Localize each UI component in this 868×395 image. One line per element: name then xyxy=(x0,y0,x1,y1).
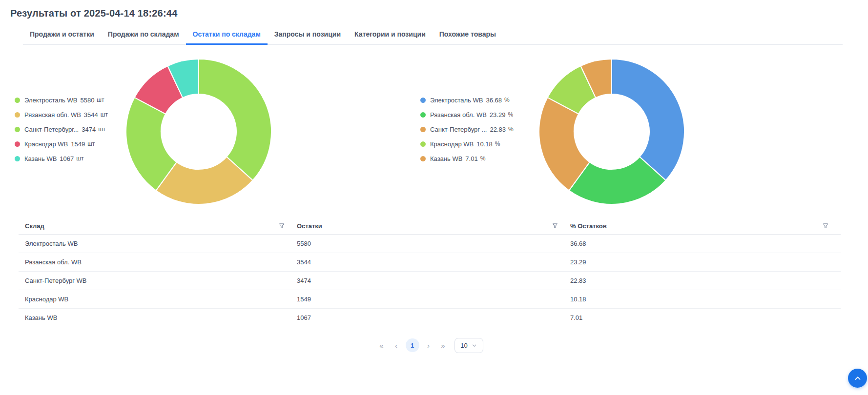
cell-warehouse: Краснодар WB xyxy=(19,296,297,303)
page-title: Результаты от 2025-04-14 18:26:44 xyxy=(10,8,177,19)
legend-value: 5580 xyxy=(80,97,94,104)
cell-stock-percent: 7.01 xyxy=(570,314,841,321)
pagination: « ‹ 1 › » 10 xyxy=(19,336,841,354)
cell-stock-percent: 23.29 xyxy=(570,258,841,266)
tab-bar: Продажи и остатки Продажи по складам Ост… xyxy=(23,25,843,45)
legend-color-dot xyxy=(420,98,426,103)
cell-stock-percent: 36.68 xyxy=(570,240,841,247)
last-page-button[interactable]: » xyxy=(438,340,449,351)
legend-unit: шт xyxy=(87,140,95,147)
legend-item[interactable]: Рязанская обл. WB 23.29 % xyxy=(420,107,514,122)
tab-categories-and-positions[interactable]: Категории и позиции xyxy=(348,25,433,45)
legend-item[interactable]: Краснодар WB 1549 шт xyxy=(15,137,108,151)
table-row: Краснодар WB 1549 10.18 xyxy=(19,290,841,309)
cell-stock-percent: 22.83 xyxy=(570,277,841,284)
stock-units-legend: Электросталь WB 5580 шт Рязанская обл. W… xyxy=(15,93,108,166)
column-header-stock-percent: % Остатков xyxy=(570,221,841,230)
legend-unit: шт xyxy=(76,155,83,162)
stock-percent-donut-chart xyxy=(538,59,685,205)
legend-value: 36.68 xyxy=(486,97,502,104)
filter-icon[interactable] xyxy=(821,221,830,230)
table-row: Казань WB 1067 7.01 xyxy=(19,309,841,327)
legend-unit: % xyxy=(495,140,500,147)
legend-item[interactable]: Электросталь WB 5580 шт xyxy=(15,93,108,107)
table-row: Электросталь WB 5580 36.68 xyxy=(19,235,841,253)
filter-icon[interactable] xyxy=(551,221,559,230)
results-dashboard: Результаты от 2025-04-14 18:26:44 Продаж… xyxy=(0,0,868,395)
column-header-label: Склад xyxy=(25,222,44,230)
legend-label: Казань WB xyxy=(430,155,462,162)
next-page-button[interactable]: › xyxy=(423,340,434,351)
legend-item[interactable]: Казань WB 1067 шт xyxy=(15,151,108,166)
legend-value: 3544 xyxy=(84,111,98,118)
legend-label: Рязанская обл. WB xyxy=(430,111,487,118)
legend-label: Санкт-Петербург... xyxy=(24,126,79,133)
filter-icon[interactable] xyxy=(277,221,286,230)
cell-warehouse: Электросталь WB xyxy=(19,240,297,247)
legend-value: 1549 xyxy=(71,140,85,148)
legend-color-dot xyxy=(15,156,20,161)
legend-color-dot xyxy=(15,141,20,147)
legend-unit: шт xyxy=(98,126,105,133)
legend-label: Электросталь WB xyxy=(430,97,483,104)
legend-value: 1067 xyxy=(60,155,74,162)
page-size-select[interactable]: 10 xyxy=(455,338,483,353)
table-row: Санкт-Петербург WB 3474 22.83 xyxy=(19,272,841,290)
legend-unit: шт xyxy=(97,97,104,103)
legend-color-dot xyxy=(420,127,426,132)
column-header-label: % Остатков xyxy=(570,222,607,230)
chevron-down-icon xyxy=(472,343,477,348)
legend-unit: % xyxy=(508,111,513,118)
legend-item[interactable]: Краснодар WB 10.18 % xyxy=(420,137,514,151)
column-header-warehouse: Склад xyxy=(19,221,297,230)
legend-item[interactable]: Электросталь WB 36.68 % xyxy=(420,93,514,107)
tab-sales-and-stock[interactable]: Продажи и остатки xyxy=(23,25,101,45)
stock-units-donut-chart xyxy=(125,59,272,205)
donut-slice[interactable] xyxy=(199,59,271,180)
table-header-row: Склад Остатки % Остатков xyxy=(19,217,841,235)
legend-item[interactable]: Санкт-Петербург... 3474 шт xyxy=(15,122,108,137)
legend-label: Санкт-Петербург ... xyxy=(430,126,487,133)
legend-label: Электросталь WB xyxy=(24,97,77,104)
legend-value: 22.83 xyxy=(490,126,506,133)
legend-color-dot xyxy=(15,127,20,132)
legend-label: Краснодар WB xyxy=(24,140,68,148)
legend-color-dot xyxy=(15,112,20,118)
current-page-button[interactable]: 1 xyxy=(406,338,419,352)
legend-item[interactable]: Казань WB 7.01 % xyxy=(420,151,514,166)
cell-stock: 3474 xyxy=(297,277,570,284)
table-row: Рязанская обл. WB 3544 23.29 xyxy=(19,253,841,272)
tab-sales-by-warehouse[interactable]: Продажи по складам xyxy=(101,25,186,45)
stock-percent-legend: Электросталь WB 36.68 % Рязанская обл. W… xyxy=(420,93,514,166)
legend-unit: шт xyxy=(101,111,108,118)
legend-color-dot xyxy=(420,156,426,161)
cell-stock: 1549 xyxy=(297,296,570,303)
cell-warehouse: Казань WB xyxy=(19,314,297,321)
legend-color-dot xyxy=(420,141,426,147)
cell-stock: 1067 xyxy=(297,314,570,321)
legend-unit: % xyxy=(504,97,510,103)
column-header-stock: Остатки xyxy=(297,221,570,230)
cell-warehouse: Санкт-Петербург WB xyxy=(19,277,297,284)
column-header-label: Остатки xyxy=(297,222,322,230)
tab-similar-products[interactable]: Похожие товары xyxy=(433,25,503,45)
previous-page-button[interactable]: ‹ xyxy=(391,340,402,351)
first-page-button[interactable]: « xyxy=(376,340,387,351)
scroll-to-top-button[interactable] xyxy=(848,369,867,388)
cell-stock: 3544 xyxy=(297,258,570,266)
legend-item[interactable]: Санкт-Петербург ... 22.83 % xyxy=(420,122,514,137)
chevron-up-icon xyxy=(853,374,862,383)
legend-label: Рязанская обл. WB xyxy=(24,111,81,118)
legend-value: 23.29 xyxy=(490,111,506,118)
tab-queries-and-positions[interactable]: Запросы и позиции xyxy=(268,25,348,45)
legend-value: 7.01 xyxy=(465,155,477,162)
legend-label: Казань WB xyxy=(24,155,57,162)
legend-item[interactable]: Рязанская обл. WB 3544 шт xyxy=(15,107,108,122)
page-size-value: 10 xyxy=(460,342,467,349)
cell-stock-percent: 10.18 xyxy=(570,296,841,303)
legend-value: 3474 xyxy=(82,126,96,133)
legend-label: Краснодар WB xyxy=(430,140,474,148)
tab-stock-by-warehouse[interactable]: Остатки по складам xyxy=(186,25,268,45)
donut-slice[interactable] xyxy=(612,59,684,180)
legend-unit: % xyxy=(508,126,514,133)
